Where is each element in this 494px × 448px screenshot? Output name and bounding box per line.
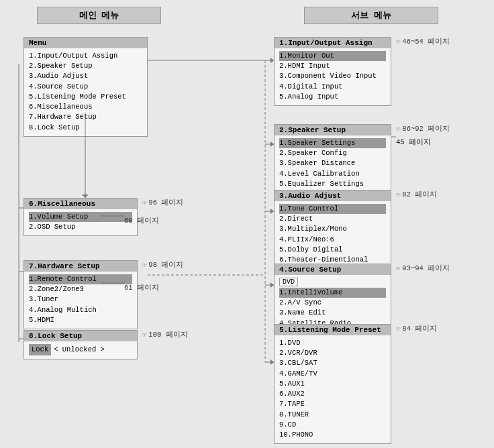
main-menu-title: Menu [24, 38, 147, 48]
sub-io-page-ref: ☞ 46~54 페이지 [396, 37, 450, 46]
sub-source-item-2[interactable]: 2.A/V Sync [279, 298, 386, 308]
main-menu-header: 메인 메뉴 [37, 7, 161, 24]
sub-source-item-3[interactable]: 3.Name Edit [279, 308, 386, 318]
sub-io-page-text: 46~54 페이지 [402, 37, 450, 46]
sub-audio-item-3[interactable]: 3.Multiplex/Mono [279, 224, 386, 234]
sub-audio-item-2[interactable]: 2.Direct [279, 214, 386, 224]
sub-speaker-item-1[interactable]: 1.Speaker Settings [279, 138, 386, 148]
sub-speaker-item-4[interactable]: 4.Level Calibration [279, 169, 386, 179]
main-menu-item-8[interactable]: 8.Lock Setup [29, 123, 142, 133]
sub-io-box: 1.Input/Output Assign 1.Monitor Out 2.HD… [274, 37, 391, 106]
misc-item-2[interactable]: 2.OSD Setup [29, 222, 132, 232]
sub-audio-item-5[interactable]: 5.Dolby Digital [279, 245, 386, 255]
sub-speaker-page-text: 86~92 페이지 [402, 124, 450, 133]
main-menu-item-3[interactable]: 3.Audio Adjust [29, 71, 142, 81]
sub-io-item-2[interactable]: 2.HDMI Input [279, 61, 386, 71]
hardware-tuner-page: 61 페이지 [124, 283, 159, 292]
hardware-item-1[interactable]: 1.Remote Control [29, 274, 132, 284]
lock-title: 8.Lock Setup [24, 331, 137, 341]
hardware-item-5[interactable]: 5.HDMI [29, 315, 132, 325]
sub-listening-book-icon: ☞ [396, 325, 400, 333]
sub-listening-item-3[interactable]: 3.CBL/SAT [279, 358, 386, 368]
hardware-item-4[interactable]: 4.Analog Multich [29, 305, 132, 315]
sub-listening-item-2[interactable]: 2.VCR/DVR [279, 348, 386, 358]
sub-io-book-icon: ☞ [396, 38, 400, 46]
sub-audio-item-1[interactable]: 1.Tone Control [279, 204, 386, 214]
sub-audio-item-4[interactable]: 4.PLIIx/Neo:6 [279, 235, 386, 245]
sub-source-page-ref: ☞ 93~94 페이지 [396, 264, 450, 273]
sub-speaker-title: 2.Speaker Setup [275, 125, 391, 135]
main-menu-item-2[interactable]: 2.Speaker Setup [29, 61, 142, 71]
lock-box: 8.Lock Setup Lock < Unlocked > [23, 330, 138, 359]
sub-listening-title: 5.Listening Mode Preset [275, 325, 391, 335]
sub-source-book-icon: ☞ [396, 264, 400, 273]
sub-listening-item-4[interactable]: 4.GAME/TV [279, 369, 386, 379]
hardware-title: 7.Hardware Setup [24, 261, 137, 272]
sub-listening-item-7[interactable]: 7.TAPE [279, 399, 386, 409]
main-menu-box: Menu 1.Input/Output Assign 2.Speaker Set… [23, 37, 148, 137]
sub-listening-page-ref: ☞ 84 페이지 [396, 324, 437, 333]
sub-audio-title: 3.Audio Adjust [275, 190, 391, 201]
misc-page-text: 96 페이지 [148, 198, 183, 207]
sub-io-item-3[interactable]: 3.Component Video Input [279, 71, 386, 81]
sub-speaker-item-2[interactable]: 2.Speaker Config [279, 148, 386, 158]
lock-page-ref: ☞ 100 페이지 [142, 330, 188, 339]
sub-source-page-text: 93~94 페이지 [402, 264, 450, 273]
main-menu-item-7[interactable]: 7.Hardware Setup [29, 112, 142, 122]
sub-listening-item-5[interactable]: 5.AUX1 [279, 379, 386, 389]
misc-book-icon: ☞ [142, 199, 146, 207]
lock-book-icon: ☞ [142, 331, 146, 339]
sub-audio-page-ref: ☞ 82 페이지 [396, 190, 437, 199]
sub-speaker-item-3[interactable]: 3.Speaker Distance [279, 158, 386, 168]
sub-listening-item-6[interactable]: 6.AUX2 [279, 389, 386, 399]
lock-value: < Unlocked > [54, 345, 105, 355]
sub-audio-page-text: 82 페이지 [402, 190, 437, 199]
hardware-box: 7.Hardware Setup 1.Remote Control 2.Zone… [23, 260, 138, 329]
lock-item[interactable]: Lock [29, 344, 51, 355]
sub-source-dvd-label: DVD [279, 278, 298, 286]
sub-io-item-4[interactable]: 4.Digital Input [279, 82, 386, 92]
misc-box: 6.Miscellaneous 1.Volume Setup 2.OSD Set… [23, 198, 138, 236]
sub-listening-box: 5.Listening Mode Preset 1.DVD 2.VCR/DVR … [274, 324, 391, 444]
hardware-book-icon: ☞ [142, 261, 146, 270]
sub-source-item-1[interactable]: 1.IntelliVolume [279, 288, 386, 298]
sub-speaker-item-5[interactable]: 5.Equalizer Settings [279, 179, 386, 189]
misc-page-ref: ☞ 96 페이지 [142, 198, 183, 207]
sub-speaker-page-ref: ☞ 86~92 페이지 [396, 124, 450, 133]
sub-io-title: 1.Input/Output Assign [275, 38, 391, 48]
sub-source-title: 4.Source Setup [275, 264, 391, 275]
sub-menu-header: 서브 메뉴 [304, 7, 438, 24]
hardware-page-text: 98 페이지 [148, 260, 183, 270]
sub-listening-item-9[interactable]: 9.CD [279, 420, 386, 430]
hardware-item-2[interactable]: 2.Zone2/Zone3 [29, 284, 132, 294]
misc-title: 6.Miscellaneous [24, 199, 137, 209]
main-menu-item-4[interactable]: 4.Source Setup [29, 82, 142, 92]
sub-speaker-book-icon: ☞ [396, 125, 400, 133]
main-menu-item-1[interactable]: 1.Input/Output Assign [29, 51, 142, 61]
sub-listening-item-10[interactable]: 10.PHONO [279, 430, 386, 440]
sub-listening-page-text: 84 페이지 [402, 324, 437, 333]
sub-io-item-5[interactable]: 5.Analog Input [279, 92, 386, 102]
page-container: 메인 메뉴 서브 메뉴 Menu 1.Input/Output Assign 2… [0, 0, 494, 448]
sub-listening-item-1[interactable]: 1.DVD [279, 338, 386, 348]
hardware-page-ref: ☞ 98 페이지 [142, 260, 183, 270]
sub-speaker-sub-page: 45 페이지 [396, 137, 431, 147]
misc-item-1[interactable]: 1.Volume Setup [29, 212, 132, 222]
hardware-item-3[interactable]: 3.Tuner [29, 294, 132, 304]
sub-io-item-1[interactable]: 1.Monitor Out [279, 51, 386, 61]
lock-page-text: 100 페이지 [148, 330, 187, 339]
sub-audio-book-icon: ☞ [396, 190, 400, 199]
misc-osd-page: 60 페이지 [124, 216, 159, 225]
main-menu-item-6[interactable]: 6.Miscellaneous [29, 102, 142, 112]
sub-listening-item-8[interactable]: 8.TUNER [279, 410, 386, 420]
main-menu-item-5[interactable]: 5.Listening Mode Preset [29, 92, 142, 102]
